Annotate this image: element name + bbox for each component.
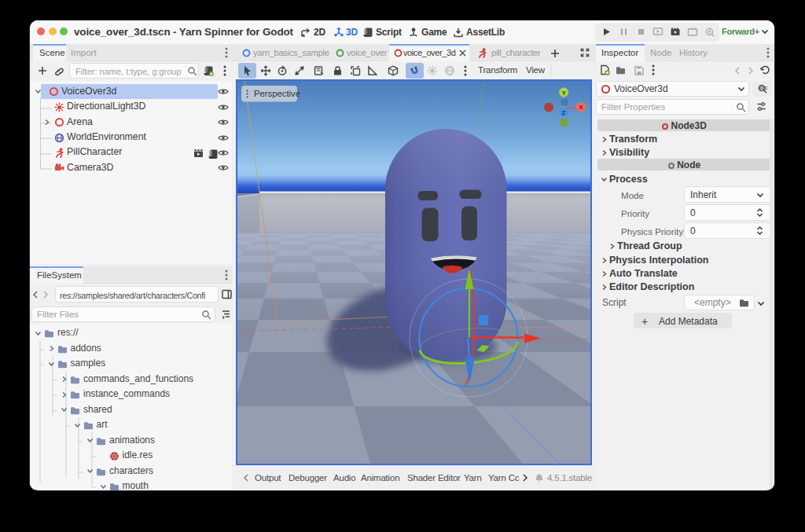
svg-text:DOC: DOC xyxy=(759,86,768,90)
svg-text:X: X xyxy=(579,104,583,111)
svg-text:Y: Y xyxy=(562,90,567,97)
svg-text:Perspective: Perspective xyxy=(254,89,300,98)
svg-text:Z: Z xyxy=(562,109,566,116)
